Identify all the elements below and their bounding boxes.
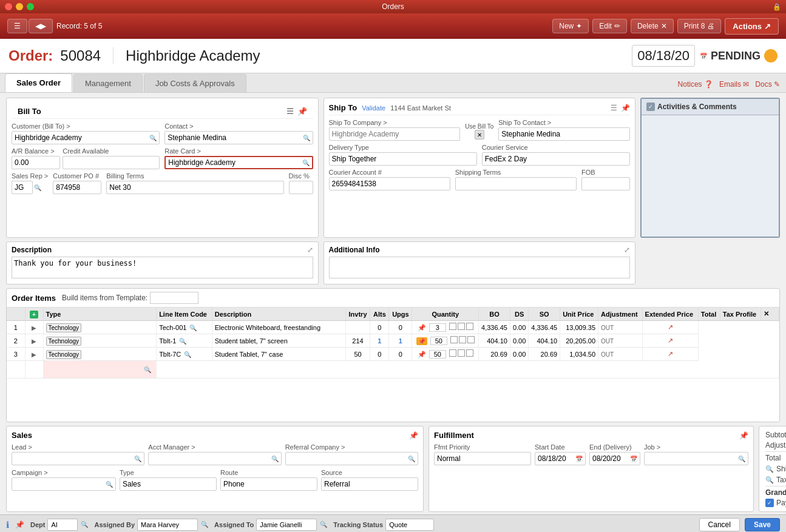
assigned-to-search-icon[interactable]: 🔍 — [320, 521, 327, 528]
order-number[interactable]: 50084 — [60, 47, 113, 64]
close-button[interactable] — [5, 3, 12, 10]
tax-search-icon[interactable]: 🔍 — [765, 476, 774, 484]
lead-value[interactable] — [15, 454, 134, 463]
delete-button[interactable]: Delete ✕ — [631, 19, 674, 33]
type-value[interactable] — [123, 480, 214, 488]
additional-info-textarea[interactable] — [329, 257, 631, 278]
code-search-icon[interactable]: 🔍 — [184, 351, 191, 358]
description-textarea[interactable]: Thank you for your business! — [12, 257, 313, 278]
shipping-search-icon[interactable]: 🔍 — [765, 465, 774, 473]
rate-card-value[interactable] — [168, 158, 302, 167]
start-date-input[interactable]: 📅 — [535, 452, 586, 465]
acct-manager-value[interactable] — [151, 454, 271, 463]
credit-input[interactable] — [63, 156, 160, 169]
fob-input[interactable] — [581, 177, 630, 190]
order-date[interactable]: 08/18/20 — [632, 45, 695, 67]
shipping-terms-input[interactable] — [455, 177, 577, 190]
rate-card-search-icon[interactable]: 🔍 — [302, 160, 310, 166]
notices-link[interactable]: Notices ❓ — [678, 80, 713, 89]
ship-to-pin-icon[interactable]: 📌 — [621, 104, 630, 112]
ship-contact-input[interactable] — [498, 127, 630, 141]
type-input[interactable] — [120, 477, 217, 491]
new-type-input[interactable]: 🔍 — [46, 363, 154, 376]
campaign-input[interactable]: 🔍 — [12, 477, 116, 491]
referral-input[interactable]: 🔍 — [285, 452, 418, 465]
customer-search-icon[interactable]: 🔍 — [149, 135, 157, 141]
edit-button[interactable]: Edit ✏ — [592, 19, 627, 33]
courier-acct-input[interactable] — [329, 177, 450, 190]
delivery-type-input[interactable] — [329, 152, 477, 166]
route-input[interactable] — [220, 477, 317, 491]
bill-to-pin-icon[interactable]: 📌 — [297, 107, 307, 116]
validate-link[interactable]: Validate — [362, 104, 385, 112]
docs-link[interactable]: Docs ✎ — [755, 80, 780, 89]
bo-check[interactable] — [450, 336, 458, 343]
job-search-icon[interactable]: 🔍 — [738, 456, 745, 462]
row-expand[interactable]: ▶ — [25, 348, 43, 361]
actions-button[interactable]: Actions ↗ — [725, 18, 779, 35]
new-button[interactable]: New ✦ — [552, 19, 589, 33]
add-row-btn[interactable]: + — [30, 311, 38, 318]
dept-search-icon[interactable]: 🔍 — [81, 521, 88, 528]
row-type[interactable]: Technology — [43, 321, 157, 334]
ship-company-value[interactable] — [332, 130, 458, 138]
so-check[interactable] — [466, 323, 473, 330]
info-icon[interactable]: ℹ — [6, 520, 9, 530]
source-input[interactable] — [321, 477, 418, 491]
ship-to-list-icon[interactable]: ☰ — [611, 104, 617, 112]
credit-value[interactable] — [66, 158, 157, 167]
contact-value[interactable] — [168, 133, 302, 142]
tab-sales-order[interactable]: Sales Order — [5, 73, 72, 92]
row-type[interactable]: Technology — [43, 334, 157, 348]
shipping-terms-value[interactable] — [458, 180, 574, 188]
contact-search-icon[interactable]: 🔍 — [303, 135, 310, 141]
build-template-input[interactable] — [150, 292, 198, 304]
new-row-type[interactable]: 🔍 — [43, 361, 157, 379]
qty-input[interactable] — [429, 323, 446, 332]
delivery-type-value[interactable] — [332, 155, 474, 163]
tab-job-costs[interactable]: Job Costs & Approvals — [144, 74, 246, 92]
minimize-button[interactable] — [16, 3, 23, 10]
fulfillment-pin-icon[interactable]: 📌 — [739, 431, 748, 440]
expand-additional-icon[interactable]: ⤢ — [624, 246, 630, 254]
job-value[interactable] — [647, 454, 738, 463]
courier-service-value[interactable] — [485, 155, 627, 163]
payment-due-checkbox[interactable]: ✓ — [765, 499, 774, 507]
courier-acct-value[interactable] — [332, 180, 447, 188]
ship-company-input[interactable] — [329, 127, 461, 141]
end-date-input[interactable]: 📅 — [589, 452, 640, 465]
rate-card-input[interactable]: 🔍 — [164, 156, 313, 169]
acct-manager-input[interactable]: 🔍 — [148, 452, 281, 465]
qty-input[interactable] — [430, 337, 447, 345]
customer-po-input[interactable] — [53, 181, 101, 194]
start-date-cal-icon[interactable]: 📅 — [575, 456, 583, 462]
print-button[interactable]: Print 8 🖨 — [677, 19, 722, 33]
nav-arrows[interactable]: ◀▶ — [29, 19, 53, 33]
calendar-icon[interactable]: 📅 — [700, 53, 707, 59]
referral-value[interactable] — [288, 454, 408, 463]
assigned-by-search-icon[interactable]: 🔍 — [201, 521, 208, 528]
company-name[interactable]: Highbridge Academy — [126, 47, 625, 64]
referral-search-icon[interactable]: 🔍 — [408, 456, 415, 462]
ffmt-priority-value[interactable] — [437, 454, 528, 463]
expand-description-icon[interactable]: ⤢ — [307, 246, 313, 254]
row-expand[interactable]: ▶ — [25, 321, 43, 334]
sales-rep-search-icon[interactable]: 🔍 — [34, 184, 41, 191]
customer-value[interactable] — [15, 133, 149, 142]
so-check[interactable] — [466, 349, 473, 357]
maximize-button[interactable] — [27, 3, 34, 10]
end-date-cal-icon[interactable]: 📅 — [630, 456, 637, 462]
statusbar-pin-icon[interactable]: 📌 — [15, 520, 24, 529]
assigned-to-input[interactable] — [256, 519, 317, 531]
code-search-icon[interactable]: 🔍 — [189, 325, 197, 331]
so-check[interactable] — [467, 336, 475, 343]
tracking-input[interactable] — [385, 519, 434, 531]
row-expand-arrow[interactable]: ↗ — [642, 321, 698, 334]
ffmt-priority-input[interactable] — [434, 452, 531, 465]
use-bill-to-toggle[interactable]: ✕ — [475, 130, 484, 140]
ship-contact-value[interactable] — [501, 130, 627, 138]
courier-service-input[interactable] — [482, 152, 630, 166]
end-date-value[interactable] — [592, 454, 629, 463]
new-type-search-icon[interactable]: 🔍 — [144, 366, 151, 373]
campaign-search-icon[interactable]: 🔍 — [106, 481, 113, 488]
